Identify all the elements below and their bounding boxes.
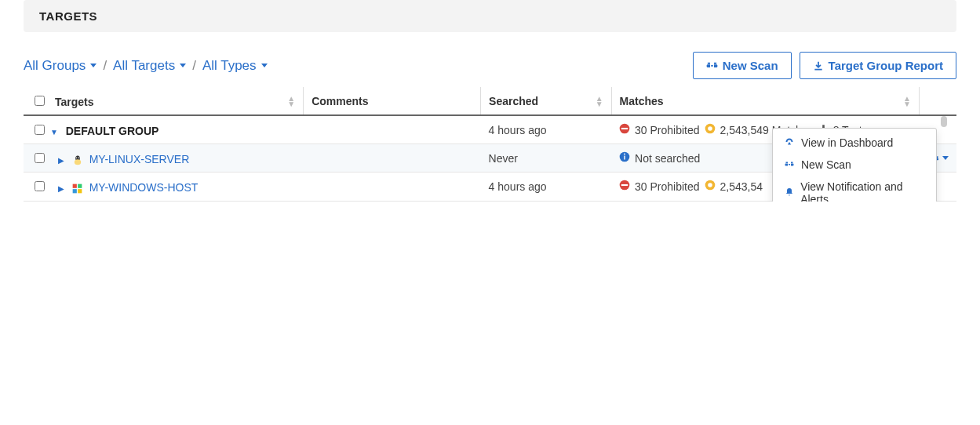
dropdown-item-new-scan[interactable]: New Scan [773, 154, 936, 176]
svg-point-10 [624, 154, 625, 155]
row-checkbox[interactable] [35, 125, 45, 135]
svg-point-5 [75, 160, 81, 165]
group-name: DEFAULT GROUP [66, 125, 159, 137]
select-all-checkbox[interactable] [35, 96, 45, 106]
prohibited-icon [619, 180, 630, 193]
info-icon [619, 151, 630, 165]
page-title: TARGETS [39, 9, 941, 23]
sort-icon[interactable]: ▲▼ [596, 96, 603, 107]
row-checkbox[interactable] [35, 181, 45, 191]
filter-group[interactable]: All Groups [24, 58, 97, 74]
bell-icon [784, 187, 794, 199]
dropdown-item-view-notification-and-alerts[interactable]: View Notification and Alerts [773, 176, 936, 202]
page-header: TARGETS [24, 0, 956, 32]
target-link[interactable]: MY-WINDOWS-HOST [89, 181, 199, 194]
download-icon [813, 60, 824, 71]
matches-icon [705, 180, 716, 193]
svg-rect-14 [78, 189, 82, 193]
col-header-searched[interactable]: Searched [489, 95, 538, 107]
svg-rect-9 [624, 156, 625, 160]
dropdown-item-label: View Notification and Alerts [800, 180, 925, 202]
svg-point-3 [708, 126, 712, 131]
svg-point-6 [76, 158, 77, 158]
target-group-report-button[interactable]: Target Group Report [800, 52, 956, 79]
target-link[interactable]: MY-LINUX-SERVER [89, 153, 190, 165]
searched-cell: 4 hours ago [481, 115, 611, 144]
svg-rect-11 [72, 183, 76, 187]
collapse-icon[interactable]: ▼ [50, 128, 58, 136]
match-count: 2,543,54 [720, 180, 763, 193]
dashboard-icon [784, 137, 795, 149]
separator: / [192, 58, 196, 74]
svg-rect-1 [621, 128, 628, 129]
prohibited-icon [619, 123, 630, 136]
caret-down-icon [261, 64, 268, 67]
linux-icon [72, 154, 83, 165]
matches-icon [705, 123, 716, 136]
col-header-targets[interactable]: Targets [55, 96, 94, 108]
col-header-comments[interactable]: Comments [311, 95, 368, 107]
svg-rect-12 [78, 183, 82, 187]
sort-icon[interactable]: ▲▼ [903, 96, 911, 107]
svg-rect-13 [72, 189, 76, 193]
dropdown-item-label: New Scan [801, 158, 851, 171]
caret-down-icon [942, 156, 949, 160]
prohibited-count: 30 Prohibited [635, 180, 700, 193]
svg-rect-16 [621, 184, 628, 186]
svg-point-7 [78, 158, 78, 158]
separator: / [103, 58, 107, 74]
new-scan-button[interactable]: New Scan [693, 52, 792, 79]
searched-cell: 4 hours ago [481, 173, 611, 201]
sort-icon[interactable]: ▲▼ [287, 96, 295, 107]
filter-breadcrumb: All Groups / All Targets / All Types [24, 58, 268, 74]
expand-icon[interactable]: ▶ [58, 156, 64, 165]
windows-icon [72, 183, 83, 194]
row-checkbox[interactable] [35, 153, 45, 163]
not-searched-label: Not searched [635, 152, 700, 165]
scrollbar-thumb[interactable] [941, 116, 947, 127]
binoculars-icon [784, 159, 795, 171]
caret-down-icon [90, 64, 97, 67]
expand-icon[interactable]: ▶ [58, 184, 64, 193]
filter-target[interactable]: All Targets [113, 58, 186, 74]
dropdown-item-view-in-dashboard[interactable]: View in Dashboard [773, 132, 936, 154]
dropdown-item-label: View in Dashboard [801, 136, 893, 149]
binoculars-icon [706, 60, 718, 71]
row-actions-dropdown: View in DashboardNew ScanView Notificati… [772, 128, 937, 202]
filter-type[interactable]: All Types [202, 58, 268, 74]
caret-down-icon [180, 64, 186, 67]
prohibited-count: 30 Prohibited [635, 124, 700, 136]
searched-cell: Never [481, 144, 611, 173]
svg-point-18 [708, 183, 712, 188]
col-header-matches[interactable]: Matches [620, 95, 664, 107]
